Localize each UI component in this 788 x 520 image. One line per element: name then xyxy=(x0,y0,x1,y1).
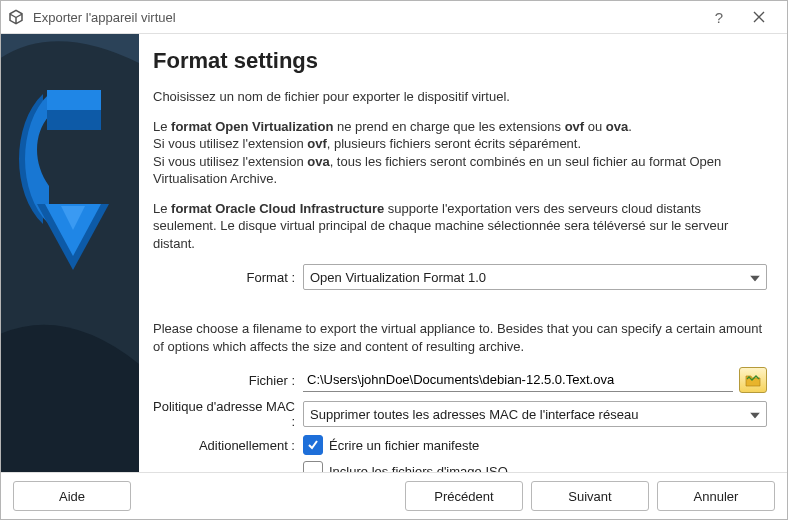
manifest-checkbox-wrap[interactable]: Écrire un fichier manifeste xyxy=(303,435,479,455)
text: , plusieurs fichiers seront écrits sépar… xyxy=(327,136,581,151)
additional-label: Aditionellement : xyxy=(153,438,303,453)
help-button[interactable]: ? xyxy=(699,3,739,31)
iso-checkbox[interactable] xyxy=(303,461,323,472)
content-pane: Format settings Choisissez un nom de fic… xyxy=(139,34,787,472)
window-title: Exporter l'appareil virtuel xyxy=(33,10,699,25)
mac-policy-select-value: Supprimer toutes les adresses MAC de l'i… xyxy=(310,407,638,422)
ovf-ova-paragraph: Le format Open Virtualization ne prend e… xyxy=(153,118,767,188)
footer: Aide Précédent Suivant Annuler xyxy=(1,472,787,519)
body: Format settings Choisissez un nom de fic… xyxy=(1,34,787,472)
page-title: Format settings xyxy=(153,48,767,74)
cancel-button[interactable]: Annuler xyxy=(657,481,775,511)
sidebar-graphic xyxy=(1,34,139,472)
text: Si vous utilisez l'extension xyxy=(153,136,307,151)
wizard-window: Exporter l'appareil virtuel ? xyxy=(0,0,788,520)
back-button[interactable]: Précédent xyxy=(405,481,523,511)
close-button[interactable] xyxy=(739,3,779,31)
text: ou xyxy=(584,119,606,134)
mac-policy-select[interactable]: Supprimer toutes les adresses MAC de l'i… xyxy=(303,401,767,427)
oci-paragraph: Le format Oracle Cloud Infrastructure su… xyxy=(153,200,767,253)
folder-open-icon xyxy=(745,373,761,387)
file-input[interactable] xyxy=(303,369,733,392)
next-button[interactable]: Suivant xyxy=(531,481,649,511)
text-bold: ovf xyxy=(307,136,327,151)
help-footer-button[interactable]: Aide xyxy=(13,481,131,511)
app-icon xyxy=(7,8,25,26)
mid-note: Please choose a filename to export the v… xyxy=(153,320,767,355)
titlebar: Exporter l'appareil virtuel ? xyxy=(1,1,787,34)
mac-policy-label: Politique d'adresse MAC : xyxy=(153,399,303,429)
text: . xyxy=(628,119,632,134)
chevron-down-icon xyxy=(750,407,760,422)
iso-checkbox-wrap[interactable]: Inclure les fichiers d'image ISO xyxy=(303,461,508,472)
text-bold: ovf xyxy=(565,119,585,134)
svg-rect-2 xyxy=(47,90,101,110)
intro-text: Choisissez un nom de fichier pour export… xyxy=(153,88,767,106)
text-bold: ova xyxy=(606,119,628,134)
format-row: Format : Open Virtualization Format 1.0 xyxy=(153,264,767,290)
additional-row: Aditionellement : Écrire un fichier mani… xyxy=(153,435,767,455)
manifest-checkbox-label: Écrire un fichier manifeste xyxy=(329,438,479,453)
iso-checkbox-label: Inclure les fichiers d'image ISO xyxy=(329,464,508,472)
file-row: Fichier : xyxy=(153,367,767,393)
file-label: Fichier : xyxy=(153,373,303,388)
text-bold: ova xyxy=(307,154,329,169)
text-bold: format Oracle Cloud Infrastructure xyxy=(171,201,384,216)
text: Si vous utilisez l'extension xyxy=(153,154,307,169)
text-bold: format Open Virtualization xyxy=(171,119,333,134)
format-select-value: Open Virtualization Format 1.0 xyxy=(310,270,486,285)
text: Le xyxy=(153,201,171,216)
manifest-checkbox[interactable] xyxy=(303,435,323,455)
text: ne prend en charge que les extensions xyxy=(333,119,564,134)
check-icon xyxy=(307,439,319,451)
browse-file-button[interactable] xyxy=(739,367,767,393)
format-select[interactable]: Open Virtualization Format 1.0 xyxy=(303,264,767,290)
chevron-down-icon xyxy=(750,270,760,285)
iso-row: Inclure les fichiers d'image ISO xyxy=(153,461,767,472)
text: Le xyxy=(153,119,171,134)
format-label: Format : xyxy=(153,270,303,285)
mac-policy-row: Politique d'adresse MAC : Supprimer tout… xyxy=(153,399,767,429)
